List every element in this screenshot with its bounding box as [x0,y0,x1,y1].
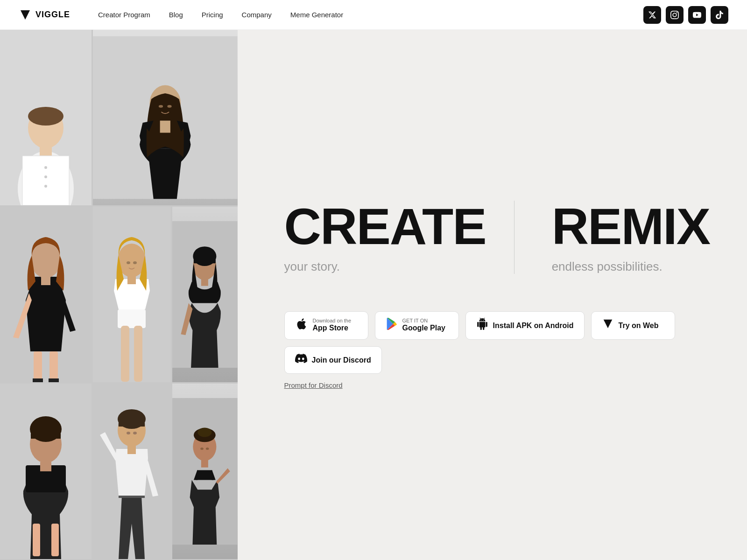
photo-person-2 [93,30,238,205]
svg-point-58 [206,448,209,450]
hero-remix-subtitle: endless possibilities. [552,259,710,274]
svg-point-30 [127,261,130,264]
photo-collage [0,30,238,560]
viggle-web-icon [602,318,614,333]
page-wrapper: CREATE your story. REMIX endless possibi… [0,0,747,560]
svg-rect-29 [127,276,136,284]
svg-marker-0 [21,10,30,20]
svg-rect-27 [134,326,142,382]
svg-marker-59 [603,320,612,329]
hero-remix: REMIX endless possibilities. [514,201,710,274]
photo-person-7 [93,384,171,559]
try-web-button[interactable]: Try on Web [591,311,675,340]
svg-point-50 [127,432,130,434]
svg-point-22 [31,243,61,278]
svg-rect-49 [127,446,136,454]
app-store-button[interactable]: Download on the App Store [284,311,368,340]
svg-point-10 [44,185,47,188]
svg-rect-39 [30,416,62,442]
prompt-discord-anchor[interactable]: Prompt for Discord [284,381,343,389]
svg-rect-40 [40,462,51,471]
prompt-discord-link[interactable]: Prompt for Discord [284,381,710,390]
hero-create-subtitle: your story. [284,259,486,274]
photo-person-8 [172,384,238,559]
svg-rect-48 [118,409,146,429]
svg-rect-18 [49,351,58,382]
svg-rect-25 [118,309,146,328]
viggle-icon [19,8,32,21]
cta-buttons: Download on the App Store GET IT ON Go [284,311,710,374]
svg-rect-44 [51,524,59,556]
instagram-icon[interactable] [666,6,684,24]
join-discord-label: Join our Discord [312,356,371,364]
svg-point-5 [28,107,63,126]
svg-point-8 [44,166,47,169]
google-play-button[interactable]: GET IT ON Google Play [375,311,459,340]
photo-person-3 [0,207,92,382]
svg-rect-17 [34,351,42,382]
youtube-icon[interactable] [688,6,706,24]
svg-point-14 [159,105,163,108]
svg-rect-35 [201,279,208,286]
app-store-top-label: Download on the [313,318,352,323]
svg-point-55 [197,427,211,437]
install-apk-button[interactable]: Install APK on Android [465,311,585,340]
svg-rect-20 [49,378,59,382]
nav-meme-generator[interactable]: Meme Generator [290,11,343,19]
android-icon [476,318,488,333]
join-discord-button[interactable]: Join our Discord [284,346,382,374]
svg-point-9 [44,175,47,178]
brand-logo[interactable]: VIGGLE [19,8,70,21]
try-web-label: Try on Web [619,321,659,330]
nav-links: Creator Program Blog Pricing Company Mem… [98,11,643,19]
twitter-icon[interactable] [643,6,661,24]
install-apk-label: Install APK on Android [493,321,574,330]
photo-person-4 [93,207,171,382]
photo-person-1 [0,30,92,205]
nav-creator-program[interactable]: Creator Program [98,11,150,19]
google-play-label: Google Play [402,323,445,332]
tiktok-icon[interactable] [711,6,728,24]
social-links [643,6,728,24]
svg-point-57 [200,448,204,450]
svg-point-31 [133,261,137,264]
svg-rect-26 [121,326,129,382]
app-store-label: App Store [313,323,352,332]
svg-rect-43 [33,524,40,556]
hero-create-title: CREATE [284,201,486,252]
apple-icon [295,317,308,334]
svg-point-15 [167,105,171,108]
nav-company[interactable]: Company [242,11,272,19]
nav-pricing[interactable]: Pricing [202,11,223,19]
google-play-icon [386,318,398,333]
svg-rect-7 [22,156,69,205]
svg-point-51 [133,432,137,434]
photo-person-6 [0,384,92,559]
photo-person-5 [172,207,238,382]
discord-icon [295,352,307,368]
svg-rect-13 [160,120,170,133]
google-play-top-label: GET IT ON [402,318,445,323]
svg-rect-56 [201,460,208,468]
hero-content: CREATE your story. REMIX endless possibi… [284,201,710,274]
svg-rect-19 [33,378,43,382]
hero-section: CREATE your story. REMIX endless possibi… [238,30,747,560]
hero-create: CREATE your story. [284,201,514,274]
svg-rect-34 [193,246,216,266]
hero-remix-title: REMIX [552,201,710,252]
svg-rect-23 [41,276,50,285]
brand-name: VIGGLE [35,10,70,20]
nav-blog[interactable]: Blog [169,11,183,19]
